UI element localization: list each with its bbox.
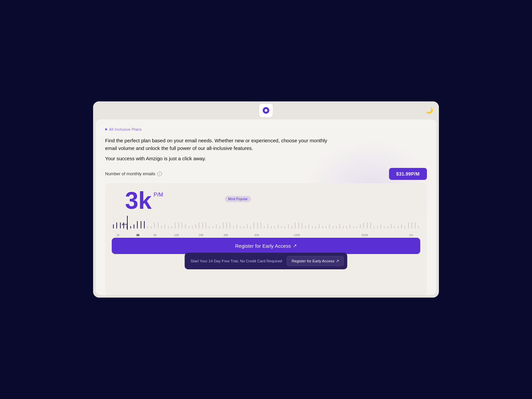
slider-handle[interactable]: ⟺ [127, 216, 128, 230]
dark-mode-icon[interactable]: 🌙 [426, 107, 433, 114]
handle-arrows-icon: ⟺ [122, 222, 128, 227]
tag-dot [105, 128, 107, 130]
cta-label: Register for Early Access [235, 243, 291, 249]
headline: Find the perfect plan based on your emai… [105, 137, 338, 152]
pricing-row: Number of monthly emails i $31.99P/M [105, 168, 427, 180]
info-icon[interactable]: i [157, 172, 162, 176]
tag-label: All Inclusive Plans [109, 127, 142, 131]
volume-number: 3k [125, 189, 152, 212]
cta-arrow-icon: ↗ [293, 243, 297, 248]
slider-track[interactable]: 1k3k5k10k20k30k50k100k500k1m ⟺ [112, 215, 420, 235]
popular-badge: Most Popular [225, 196, 251, 202]
logo-icon [263, 107, 269, 114]
floating-bar-arrow-icon: ↗ [336, 259, 339, 263]
volume-display: 3k P/M Most Popular [112, 189, 420, 212]
floating-bar-button[interactable]: Register for Early Access ↗ [287, 256, 344, 266]
subheadline: Your success with Amzigo is just a click… [105, 156, 427, 161]
volume-unit: P/M [154, 192, 163, 198]
cta-button[interactable]: Register for Early Access ↗ [112, 238, 420, 254]
slider-container: 3k P/M Most Popular 1k3k5k10k20k30k50k10… [105, 183, 427, 295]
floating-bar: Start Your 14 Day Free Trial, No Credit … [185, 253, 347, 269]
logo-box [259, 104, 273, 117]
floating-bar-text: Start Your 14 Day Free Trial, No Credit … [191, 259, 282, 263]
floating-bar-button-label: Register for Early Access [292, 259, 334, 263]
tick-marks [112, 216, 420, 228]
monthly-emails-label: Number of monthly emails i [105, 171, 162, 176]
price-badge: $31.99P/M [389, 168, 427, 180]
top-bar: 🌙 [93, 101, 439, 119]
section-tag: All Inclusive Plans [105, 127, 427, 131]
